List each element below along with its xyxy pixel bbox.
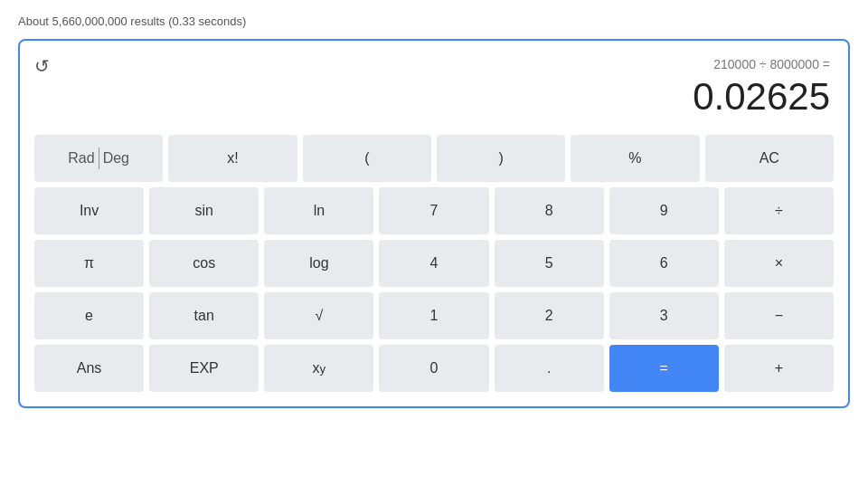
equals-button[interactable]: = <box>609 345 719 392</box>
five-button[interactable]: 5 <box>495 240 604 287</box>
close-paren-button[interactable]: ) <box>437 135 565 182</box>
ln-button[interactable]: ln <box>264 187 373 234</box>
decimal-button[interactable]: . <box>495 345 604 392</box>
history-icon[interactable]: ↺ <box>34 55 50 77</box>
sin-button[interactable]: sin <box>149 187 259 234</box>
power-button[interactable]: xy <box>264 345 373 392</box>
plus-button[interactable]: + <box>724 345 834 392</box>
button-grid: Rad Deg x! ( ) % AC Inv sin ln 7 8 9 ÷ π… <box>34 135 834 392</box>
expression-display: 210000 ÷ 8000000 = <box>713 57 830 71</box>
four-button[interactable]: 4 <box>379 240 488 287</box>
results-count: About 5,660,000,000 results (0.33 second… <box>18 14 246 28</box>
three-button[interactable]: 3 <box>609 292 719 339</box>
zero-button[interactable]: 0 <box>379 345 488 392</box>
clear-button[interactable]: AC <box>705 135 834 182</box>
eight-button[interactable]: 8 <box>495 187 604 234</box>
tan-button[interactable]: tan <box>149 292 259 339</box>
display-area: ↺ 210000 ÷ 8000000 = 0.02625 <box>34 52 834 128</box>
rad-deg-button[interactable]: Rad Deg <box>34 135 163 182</box>
calculator: ↺ 210000 ÷ 8000000 = 0.02625 Rad Deg x! … <box>18 39 850 408</box>
button-row-0: Rad Deg x! ( ) % AC <box>34 135 834 182</box>
ans-button[interactable]: Ans <box>34 345 144 392</box>
cos-button[interactable]: cos <box>149 240 259 287</box>
button-row-4: Ans EXP xy 0 . = + <box>34 345 834 392</box>
log-button[interactable]: log <box>264 240 373 287</box>
result-display: 0.02625 <box>693 75 830 119</box>
sqrt-button[interactable]: √ <box>264 292 373 339</box>
inv-button[interactable]: Inv <box>34 187 144 234</box>
open-paren-button[interactable]: ( <box>303 135 431 182</box>
pi-button[interactable]: π <box>34 240 144 287</box>
divide-button[interactable]: ÷ <box>724 187 834 234</box>
nine-button[interactable]: 9 <box>609 187 719 234</box>
button-row-1: Inv sin ln 7 8 9 ÷ <box>34 187 834 234</box>
e-button[interactable]: e <box>34 292 144 339</box>
six-button[interactable]: 6 <box>609 240 719 287</box>
button-row-3: e tan √ 1 2 3 − <box>34 292 834 339</box>
two-button[interactable]: 2 <box>495 292 604 339</box>
exp-button[interactable]: EXP <box>149 345 259 392</box>
subtract-button[interactable]: − <box>724 292 834 339</box>
multiply-button[interactable]: × <box>724 240 834 287</box>
percent-button[interactable]: % <box>571 135 699 182</box>
one-button[interactable]: 1 <box>379 292 488 339</box>
button-row-2: π cos log 4 5 6 × <box>34 240 834 287</box>
factorial-button[interactable]: x! <box>168 135 297 182</box>
seven-button[interactable]: 7 <box>379 187 488 234</box>
